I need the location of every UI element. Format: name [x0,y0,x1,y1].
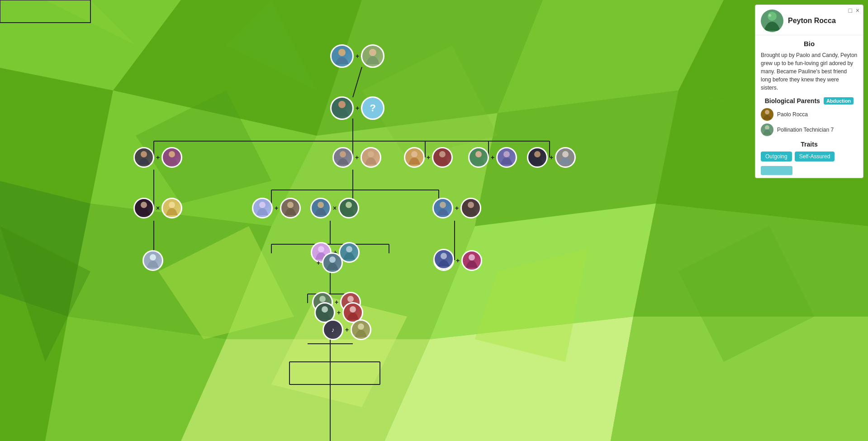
svg-point-85 [468,202,474,208]
panel-header: Peyton Rocca □ × [755,5,863,35]
gen6-right-couple[interactable] [433,249,454,270]
gen3-pair5[interactable]: + [527,147,576,168]
gen6-ra-avatar [433,249,454,270]
gen8-node[interactable]: ♪ + [323,319,371,340]
parent1-name: Paolo Rocca [777,111,808,118]
svg-point-78 [141,202,147,208]
svg-point-81 [287,202,294,208]
gen5-mrb-avatar [322,252,343,273]
svg-point-92 [319,296,326,302]
connector-p5: + [550,154,553,161]
panel-avatar[interactable] [761,9,783,32]
connector-p2: + [355,154,359,161]
gen3-1b-avatar [161,147,182,168]
gen5-ls-avatar [142,250,163,271]
svg-point-84 [440,202,446,208]
gen4-rb-avatar [460,198,481,218]
gen4-right-pair[interactable]: + [432,198,481,218]
svg-point-101 [765,125,769,130]
svg-point-69 [169,151,175,157]
svg-point-72 [411,151,417,157]
connector-pmm: × [333,204,337,212]
parent-row-1[interactable]: Paolo Rocca [761,108,858,121]
parent-row-2[interactable]: Pollination Technician 7 [761,123,858,136]
svg-point-74 [475,151,482,157]
svg-point-93 [347,296,354,302]
svg-point-97 [358,323,364,330]
traits-title: Traits [761,141,858,148]
gen4-la-avatar [133,198,154,218]
gen3-pair2[interactable]: + [332,147,381,168]
gen3-2b-avatar [360,147,381,168]
connector-pm2: + [275,204,278,212]
svg-point-100 [765,110,769,114]
svg-point-68 [141,151,147,157]
gen3-3a-avatar [404,147,425,168]
gen4-mmb-avatar [338,198,359,218]
traits-row: Outgoing Self-Assured [761,152,858,161]
svg-point-82 [318,202,324,208]
gen3-4a-avatar [468,147,489,168]
gen3-3b-avatar [432,147,453,168]
svg-point-86 [150,254,156,261]
bio-parents-label: Biological Parents [765,97,820,104]
bio-parents-header: Biological Parents Abduction [761,97,858,104]
connector-gen5mr: + [317,259,320,266]
svg-point-76 [534,151,541,157]
gen3-pair1[interactable]: + [133,147,182,168]
svg-point-70 [340,151,346,157]
connector-pr: + [455,204,459,212]
connector-gen8: + [345,326,349,333]
gen5-mid-right-pair[interactable]: + [311,252,343,273]
svg-point-79 [169,202,175,208]
bio-title: Bio [761,40,858,47]
connector-plus: + [356,52,359,60]
svg-point-67 [338,101,346,108]
gen4-mlb-avatar [280,198,301,218]
panel-scroll-icon[interactable]: □ [849,7,852,14]
gen1a-avatar [330,44,354,68]
gen2a-avatar [330,96,354,120]
svg-point-87 [318,246,324,252]
gen2b-unknown-avatar: ? [361,96,384,120]
gen4-lb-avatar [161,198,182,218]
connector-gen5r: + [456,257,460,264]
connector-p3: + [427,154,430,161]
gen2-node[interactable]: + ? [330,96,384,120]
connector-x1: × [156,204,160,212]
svg-point-66 [369,49,376,56]
gen4-mid-left-pair[interactable]: + [252,198,301,218]
gen3-pair3[interactable]: + [404,147,453,168]
connector-plus2: + [356,104,359,112]
svg-point-77 [562,151,569,157]
svg-point-83 [346,202,352,208]
gen5-rb-avatar [461,250,482,271]
panel-close-button[interactable]: × [856,7,859,14]
gen4-mid-mid-pair[interactable]: × [310,198,359,218]
gen4-ra-avatar [432,198,453,218]
gen3-pair4[interactable]: + [468,147,517,168]
gen3-5b-avatar [555,147,576,168]
traits-section: Traits Outgoing Self-Assured [761,141,858,161]
svg-point-95 [322,306,328,313]
gen4-mma-avatar [310,198,331,218]
svg-point-99 [768,14,771,17]
svg-point-65 [338,49,346,56]
gen3-2a-avatar [332,147,353,168]
svg-point-89 [329,256,336,263]
gen1-node-a[interactable]: + [330,44,384,68]
parent2-avatar [761,123,773,136]
trait-self-assured[interactable]: Self-Assured [795,152,835,161]
panel-body: Bio Brought up by Paolo and Candy, Peyto… [755,35,863,166]
svg-point-73 [439,151,446,157]
partial-trait-badge [761,166,792,175]
svg-point-75 [503,151,510,157]
parent1-avatar [761,108,773,121]
connector-p4: + [491,154,494,161]
gen5-left-single[interactable] [142,250,163,271]
svg-point-96 [350,306,356,313]
gen4-left-pair[interactable]: × [133,198,182,218]
trait-outgoing[interactable]: Outgoing [761,152,792,161]
svg-point-88 [346,246,352,252]
gen4-mla-avatar [252,198,273,218]
